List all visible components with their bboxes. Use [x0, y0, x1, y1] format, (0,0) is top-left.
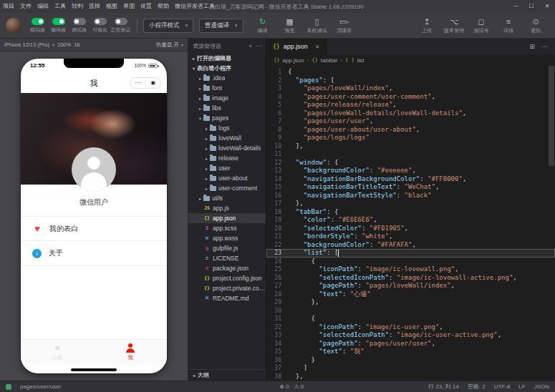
hot-reload-toggle[interactable]: 热重载 开	[156, 41, 179, 49]
code-line[interactable]: 9 "pages/logs/logs"	[266, 134, 555, 142]
menu-item[interactable]: 帮助	[155, 0, 172, 13]
tree-item-loveWall[interactable]: ▸loveWall	[188, 133, 266, 143]
tree-item-font[interactable]: ▸font	[188, 83, 266, 93]
code-line[interactable]: 36 }	[266, 356, 555, 365]
code-line[interactable]: 28 "text": "心墙"	[266, 290, 555, 299]
maximize-button[interactable]: ☐	[523, 0, 539, 13]
tree-item-pages[interactable]: ▾pages	[188, 113, 266, 123]
minimize-button[interactable]: ─	[508, 0, 523, 13]
miniprogram-capsule[interactable]: ⋯ ◉	[130, 77, 161, 89]
code-line[interactable]: 30	[266, 307, 555, 315]
toggle-editor[interactable]: 编辑器	[48, 18, 69, 34]
capsule-home-icon[interactable]: ◉	[146, 78, 161, 88]
tree-item-user-comment[interactable]: ▸user-comment	[188, 183, 266, 193]
menu-item[interactable]: 编辑	[34, 0, 52, 13]
code-line[interactable]: 29 },	[266, 298, 555, 307]
status-language-mode[interactable]: JSON	[534, 383, 549, 390]
preview-button[interactable]: ▦预览	[277, 17, 303, 34]
clear-cache-button[interactable]: ▭▾清缓存	[332, 17, 357, 34]
add-file-icon[interactable]: +	[248, 43, 252, 49]
tree-item-libs[interactable]: ▸libs	[188, 103, 266, 113]
capsule-menu-icon[interactable]: ⋯	[130, 78, 145, 88]
current-page-path[interactable]: pages/user/user	[20, 383, 61, 390]
code-line[interactable]: 12 "window": {	[266, 159, 555, 167]
breadcrumb-item[interactable]: app.json	[282, 57, 304, 64]
code-line[interactable]: 22 "backgroundColor": "#FAFAFA",	[266, 241, 555, 250]
menu-item-my-confession[interactable]: ♥ 我的表白	[21, 216, 167, 241]
remote-debug-button[interactable]: ▯真机调试	[304, 17, 330, 34]
tab-app-json[interactable]: {} app.json ✕	[266, 39, 327, 54]
user-avatar[interactable]	[6, 18, 21, 34]
editor-scrollbar[interactable]	[549, 66, 554, 166]
status-encoding[interactable]: UTF-8	[494, 383, 511, 390]
code-line[interactable]: 15 "navigationBarTitleText": "WeChat",	[266, 183, 555, 192]
menu-item[interactable]: 设置	[137, 0, 155, 13]
notifications-button[interactable]: ⊙通知	[523, 17, 549, 34]
tree-item-README.md[interactable]: MREADME.md	[188, 293, 266, 303]
status-cursor-position[interactable]: 行 23, 列 14	[428, 383, 459, 391]
upload-button[interactable]: ↥上传	[414, 17, 440, 34]
more-actions-icon[interactable]: ⋯	[256, 43, 261, 49]
breadcrumb-item[interactable]: tabBar	[321, 57, 338, 64]
code-line[interactable]: 38 },	[266, 373, 555, 381]
split-editor-icon[interactable]: ⊞	[529, 43, 535, 50]
tree-item-user-about[interactable]: ▸user-about	[188, 173, 266, 183]
status-indentation[interactable]: 空格: 2	[468, 383, 486, 391]
toggle-simulator[interactable]: 模拟器	[27, 18, 48, 34]
tree-item-logs[interactable]: ▸logs	[188, 123, 266, 133]
code-line[interactable]: 11	[266, 150, 555, 159]
code-line[interactable]: 17 },	[266, 200, 555, 208]
menu-item[interactable]: 转到	[69, 0, 86, 13]
tab-lovewall[interactable]: ♥ 心墙	[21, 340, 94, 365]
code-line[interactable]: 4 "pages/user-comment/user-comment",	[266, 93, 555, 102]
code-line[interactable]: 35 "text": "我"	[266, 348, 555, 356]
menu-item[interactable]: 文件	[17, 0, 34, 13]
code-line[interactable]: 32 "iconPath": "image/ic-user.png",	[266, 323, 555, 332]
code-line[interactable]: 33 "selectedIconPath": "image/ic-user-ac…	[266, 331, 555, 340]
tree-section-open-editors[interactable]: ▸打开的编辑器	[188, 53, 266, 63]
tree-item-LICENSE[interactable]: ≡LICENSE	[188, 253, 266, 263]
code-line[interactable]: 8 "pages/user-about/user-about",	[266, 126, 555, 134]
code-line[interactable]: 18 "tabBar": {	[266, 208, 555, 217]
code-line[interactable]: 27 "pagePath": "pages/loveWall/index",	[266, 282, 555, 290]
code-line[interactable]: 13 "backgroundColor": "#eeeeee",	[266, 167, 555, 175]
tree-item-app.json[interactable]: {}app.json	[188, 213, 266, 223]
tree-item-loveWall-details[interactable]: ▸loveWall-details	[188, 143, 266, 153]
code-line[interactable]: 2 "pages": [	[266, 77, 555, 85]
code-line[interactable]: 21 "borderStyle": "white",	[266, 232, 555, 241]
tree-item-package.json[interactable]: npackage.json	[188, 263, 266, 273]
tree-item-user[interactable]: ▸user	[188, 163, 266, 173]
device-select[interactable]: iPhone 12/13 (Pro)	[4, 41, 49, 48]
tree-item-app.js[interactable]: JSapp.js	[188, 203, 266, 213]
code-line[interactable]: 19 "color": "#E6E6E6",	[266, 216, 555, 225]
zoom-select[interactable]: 100%	[57, 41, 71, 48]
tab-me[interactable]: 我	[94, 340, 167, 365]
menu-item-about[interactable]: i 关于	[21, 241, 167, 266]
status-eol[interactable]: LF	[518, 383, 525, 390]
code-line[interactable]: 23 "list": [	[266, 249, 555, 258]
code-line[interactable]: 16 "navigationBarTextStyle": "black"	[266, 192, 555, 200]
tree-item-app.scss[interactable]: Sapp.scss	[188, 223, 266, 233]
more-actions-icon[interactable]: ⋯	[541, 43, 548, 50]
toggle-verifying[interactable]: 正在验证	[110, 18, 131, 34]
problems-indicator[interactable]: ⊗ 0 ⚠ 0	[279, 383, 304, 390]
code-line[interactable]: 25 "iconPath": "image/ic-lovewall.png",	[266, 265, 555, 274]
code-line[interactable]: 1{	[266, 68, 555, 77]
code-line[interactable]: 24 {	[266, 258, 555, 266]
user-profile-avatar[interactable]	[72, 147, 116, 192]
tree-item-project.config.json[interactable]: {}project.config.json	[188, 273, 266, 283]
tree-item-.idea[interactable]: ▸.idea	[188, 73, 266, 83]
code-line[interactable]: 6 "pages/loveWall-details/loveWall-detai…	[266, 109, 555, 118]
font-size-value[interactable]: 16	[74, 41, 79, 48]
menu-item[interactable]: 工具	[52, 0, 69, 13]
code-line[interactable]: 14 "navigationBarBackgroundColor": "#FF0…	[266, 175, 555, 184]
breadcrumb-item[interactable]: list	[357, 57, 365, 64]
code-editor[interactable]: 1{2 "pages": [3 "pages/loveWall/index",4…	[266, 66, 555, 381]
menu-item[interactable]: 选择	[86, 0, 103, 13]
menu-item[interactable]: 界面	[120, 0, 137, 13]
details-button[interactable]: ≡详情	[496, 17, 521, 34]
toggle-visualization[interactable]: 可视化	[90, 18, 110, 34]
code-line[interactable]: 26 "selectedIconPath": "image/ic-lovewal…	[266, 274, 555, 283]
tree-item-utils[interactable]: ▸utils	[188, 193, 266, 203]
close-button[interactable]: ✕	[539, 0, 555, 13]
